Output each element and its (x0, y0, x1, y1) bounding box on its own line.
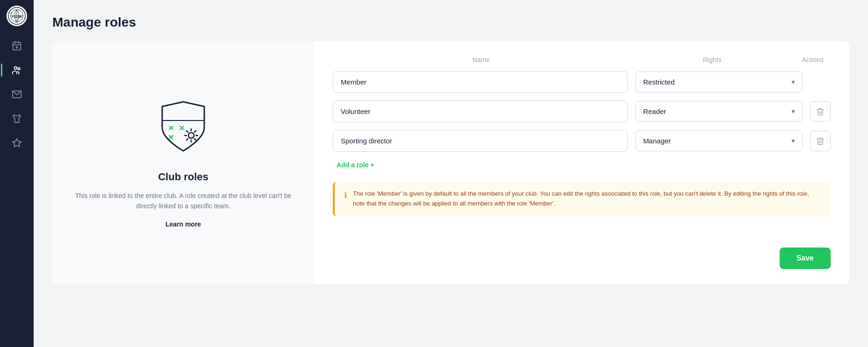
save-button[interactable]: Save (780, 248, 831, 269)
role-rights-select-0[interactable]: RestrictedReaderManagerAdministrator (635, 71, 803, 92)
sidebar-item-star[interactable] (7, 133, 27, 153)
sidebar-item-calendar[interactable] (7, 35, 27, 56)
left-panel-title: Club roles (158, 171, 208, 183)
svg-point-8 (14, 67, 17, 70)
left-panel: ✕ ✕ ✕ Club roles This role is linked to … (52, 41, 314, 284)
left-panel-description: This role is linked to the entire club. … (71, 191, 295, 212)
sidebar-item-mail[interactable] (7, 84, 27, 105)
sidebar-item-people[interactable] (7, 60, 27, 80)
roles-card: ✕ ✕ ✕ Club roles This role is linked to … (52, 41, 849, 284)
role-name-input-0[interactable] (333, 71, 628, 93)
sidebar: CLUB (0, 0, 34, 347)
warning-text: The role 'Member' is given by default to… (353, 189, 821, 209)
roles-list: RestrictedReaderManagerAdministrator▼Res… (333, 71, 831, 159)
role-rights-select-1[interactable]: RestrictedReaderManagerAdministrator (635, 101, 803, 122)
role-rights-wrapper-0: RestrictedReaderManagerAdministrator▼ (635, 71, 803, 92)
table-header: Name Rights Actions (333, 56, 831, 64)
warning-icon: ℹ (344, 190, 347, 209)
svg-marker-11 (13, 139, 21, 147)
role-name-input-2[interactable] (333, 130, 628, 152)
main-content: Manage roles ✕ ✕ ✕ (34, 0, 868, 347)
svg-text:✕: ✕ (179, 124, 185, 132)
sidebar-item-shirt[interactable] (7, 108, 27, 129)
svg-text:CLUB: CLUB (12, 14, 22, 19)
table-row: RestrictedReaderManagerAdministrator▼ (333, 71, 831, 93)
delete-role-button-2[interactable] (810, 131, 831, 151)
learn-more-link[interactable]: Learn more (165, 220, 201, 228)
role-name-input-1[interactable] (333, 100, 628, 122)
role-rights-select-2[interactable]: RestrictedReaderManagerAdministrator (635, 130, 803, 151)
svg-text:✕: ✕ (168, 134, 174, 142)
svg-rect-3 (13, 42, 21, 50)
save-button-wrapper: Save (333, 248, 831, 269)
table-row: RestrictedReaderManagerAdministrator▼ (333, 130, 831, 152)
club-roles-icon: ✕ ✕ ✕ (153, 97, 214, 160)
col-header-rights: Rights (625, 56, 799, 64)
role-rights-wrapper-1: RestrictedReaderManagerAdministrator▼ (635, 101, 803, 122)
right-panel: Name Rights Actions RestrictedReaderMana… (314, 41, 849, 284)
delete-role-button-1[interactable] (810, 101, 831, 122)
svg-text:✕: ✕ (168, 124, 174, 132)
org-logo: CLUB (7, 6, 27, 26)
warning-box: ℹ The role 'Member' is given by default … (333, 182, 831, 216)
svg-point-16 (188, 133, 194, 138)
col-header-name: Name (337, 56, 625, 64)
role-rights-wrapper-2: RestrictedReaderManagerAdministrator▼ (635, 130, 803, 151)
svg-point-7 (16, 47, 18, 48)
page-title: Manage roles (52, 15, 849, 30)
svg-point-9 (18, 68, 20, 70)
table-row: RestrictedReaderManagerAdministrator▼ (333, 100, 831, 122)
col-header-actions: Actions (799, 56, 827, 64)
add-role-button[interactable]: Add a role + (333, 159, 831, 170)
